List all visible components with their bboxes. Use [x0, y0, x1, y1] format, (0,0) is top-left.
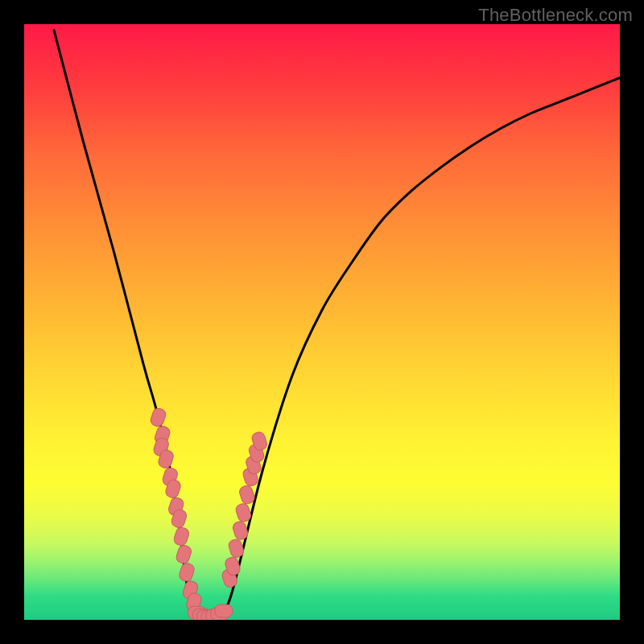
bottleneck-curve-svg: [24, 24, 620, 620]
gradient-plot-area: [24, 24, 620, 620]
marker: [178, 562, 196, 583]
curve-markers: [149, 407, 268, 620]
marker: [175, 544, 192, 565]
watermark-text: TheBottleneck.com: [478, 5, 633, 26]
marker: [172, 526, 190, 547]
chart-frame: TheBottleneck.com: [0, 0, 644, 644]
v-curve: [54, 30, 620, 617]
marker: [149, 407, 167, 427]
marker: [215, 605, 233, 617]
